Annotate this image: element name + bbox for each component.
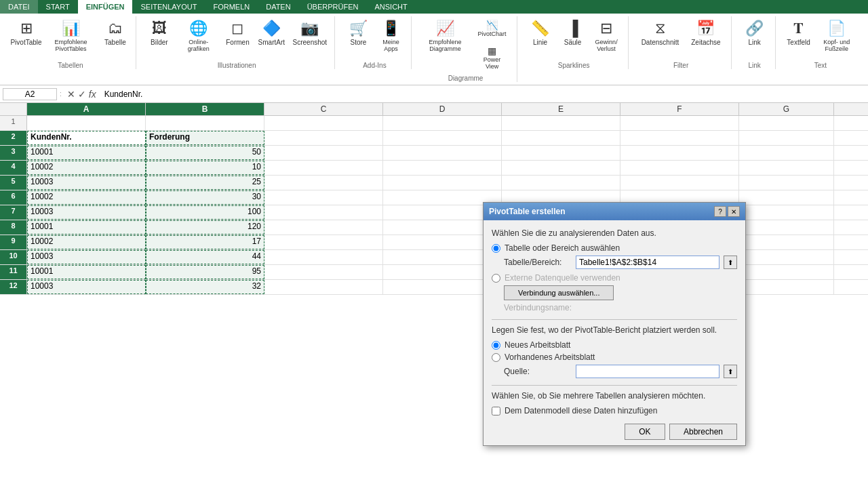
col-header-c[interactable]: C xyxy=(264,103,383,115)
cell-b[interactable] xyxy=(146,116,264,130)
saeule-button[interactable]: ▐ Säule xyxy=(558,16,588,49)
cell-b[interactable]: 25 xyxy=(146,176,264,190)
field1-browse-button[interactable]: ⬆ xyxy=(724,256,737,269)
pivotchart-button[interactable]: 📉 PivotChart xyxy=(473,16,511,41)
cell-a[interactable]: KundenNr. xyxy=(27,131,146,145)
row-number[interactable]: 1 xyxy=(0,116,27,130)
meine-apps-button[interactable]: 📱 Meine Apps xyxy=(376,16,406,56)
cell-empty[interactable] xyxy=(264,280,383,294)
cell-empty[interactable] xyxy=(502,176,620,190)
cell-empty[interactable] xyxy=(739,146,834,160)
cell-a[interactable] xyxy=(27,116,146,130)
cell-b[interactable]: 50 xyxy=(146,146,264,160)
radio-table-range[interactable] xyxy=(492,244,500,253)
cell-empty[interactable] xyxy=(383,146,502,160)
cell-b[interactable]: 120 xyxy=(146,220,264,235)
link-button[interactable]: 🔗 Link xyxy=(740,16,770,49)
field2-input[interactable] xyxy=(576,365,719,378)
cell-empty[interactable] xyxy=(620,116,739,130)
zeitachse-button[interactable]: 📅 Zeitachse xyxy=(686,16,725,49)
col-header-g[interactable]: G xyxy=(739,103,834,115)
col-header-f[interactable]: F xyxy=(620,103,739,115)
confirm-formula-icon[interactable]: ✓ xyxy=(78,89,86,100)
cell-a[interactable]: 10003 xyxy=(27,250,146,264)
cell-empty[interactable] xyxy=(739,116,834,130)
cell-empty[interactable] xyxy=(502,161,620,175)
cell-a[interactable]: 10002 xyxy=(27,161,146,175)
cell-empty[interactable] xyxy=(264,235,383,249)
cancel-button[interactable]: Abbrechen xyxy=(669,424,737,440)
onlinegrafiken-button[interactable]: 🌐 Online­grafiken xyxy=(177,16,220,56)
cell-empty[interactable] xyxy=(502,131,620,145)
cell-b[interactable]: 95 xyxy=(146,265,264,279)
linie-button[interactable]: 📏 Linie xyxy=(526,16,555,49)
tab-formeln[interactable]: FORMELN xyxy=(205,0,258,14)
cell-empty[interactable] xyxy=(264,265,383,279)
table-button[interactable]: 🗂 Tabelle xyxy=(100,16,130,49)
powerview-button[interactable]: ▦ Power View xyxy=(473,42,511,73)
cell-b[interactable]: 32 xyxy=(146,280,264,294)
cell-empty[interactable] xyxy=(739,161,834,175)
ok-button[interactable]: OK xyxy=(625,424,665,440)
cancel-formula-icon[interactable]: ✕ xyxy=(67,89,75,100)
field1-input[interactable] xyxy=(576,256,719,269)
cell-a[interactable]: 10001 xyxy=(27,265,146,279)
textfeld-button[interactable]: 𝐓 Textfeld xyxy=(784,16,814,49)
cell-empty[interactable] xyxy=(264,176,383,190)
dialog-close-button[interactable]: ✕ xyxy=(728,206,740,217)
cell-empty[interactable] xyxy=(383,131,502,145)
cell-empty[interactable] xyxy=(264,205,383,220)
row-number[interactable]: 6 xyxy=(0,190,27,205)
kopf-fusszeile-button[interactable]: 📄 Kopf- und Fußzeile xyxy=(816,16,857,56)
cell-empty[interactable] xyxy=(739,190,834,205)
row-number[interactable]: 11 xyxy=(0,265,27,279)
tab-datei[interactable]: DATEI xyxy=(0,0,38,14)
cell-empty[interactable] xyxy=(739,131,834,145)
cell-b[interactable]: 10 xyxy=(146,161,264,175)
radio-existing-sheet[interactable] xyxy=(492,353,500,362)
row-number[interactable]: 10 xyxy=(0,250,27,264)
row-number[interactable]: 9 xyxy=(0,235,27,249)
formula-input[interactable] xyxy=(102,89,865,99)
cell-empty[interactable] xyxy=(620,176,739,190)
col-header-e[interactable]: E xyxy=(502,103,620,115)
cell-b[interactable]: 100 xyxy=(146,205,264,220)
col-header-a[interactable]: A xyxy=(27,103,146,115)
tab-start[interactable]: START xyxy=(38,0,78,14)
cell-empty[interactable] xyxy=(264,131,383,145)
cell-empty[interactable] xyxy=(739,220,834,235)
tab-daten[interactable]: DATEN xyxy=(258,0,298,14)
cell-empty[interactable] xyxy=(502,146,620,160)
field2-browse-button[interactable]: ⬆ xyxy=(724,365,737,378)
row-number[interactable]: 5 xyxy=(0,176,27,190)
connect-button[interactable]: Verbindung auswählen... xyxy=(504,285,614,300)
cell-empty[interactable] xyxy=(739,176,834,190)
formen-button[interactable]: ◻ Formen xyxy=(222,16,252,49)
cell-empty[interactable] xyxy=(620,131,739,145)
gewinn-verlust-button[interactable]: ⊟ Gewinn/ Verlust xyxy=(591,16,623,56)
cell-empty[interactable] xyxy=(739,265,834,279)
col-header-b[interactable]: B xyxy=(146,103,264,115)
row-number[interactable]: 7 xyxy=(0,205,27,220)
tab-ueberpruefen[interactable]: ÜBERPRÜFEN xyxy=(299,0,367,14)
cell-a[interactable]: 10003 xyxy=(27,280,146,294)
cell-empty[interactable] xyxy=(383,176,502,190)
cell-empty[interactable] xyxy=(264,220,383,235)
cell-empty[interactable] xyxy=(383,116,502,130)
radio-external-source[interactable] xyxy=(492,274,500,283)
cell-empty[interactable] xyxy=(739,280,834,294)
row-number[interactable]: 2 xyxy=(0,131,27,145)
cell-empty[interactable] xyxy=(739,205,834,220)
cell-b[interactable]: 44 xyxy=(146,250,264,264)
smartart-button[interactable]: 🔷 SmartArt xyxy=(255,16,288,49)
bilder-button[interactable]: 🖼 Bilder xyxy=(144,16,174,49)
pivottable-button[interactable]: ⊞ PivotTable xyxy=(11,16,41,49)
cell-empty[interactable] xyxy=(739,235,834,249)
cell-empty[interactable] xyxy=(264,146,383,160)
datamodel-checkbox[interactable] xyxy=(492,407,500,415)
cell-b[interactable]: 30 xyxy=(146,190,264,205)
cell-a[interactable]: 10001 xyxy=(27,146,146,160)
cell-a[interactable]: 10003 xyxy=(27,176,146,190)
recommended-pivottables-button[interactable]: 📊 Empfohlene PivotTables xyxy=(44,16,98,56)
cell-empty[interactable] xyxy=(264,250,383,264)
